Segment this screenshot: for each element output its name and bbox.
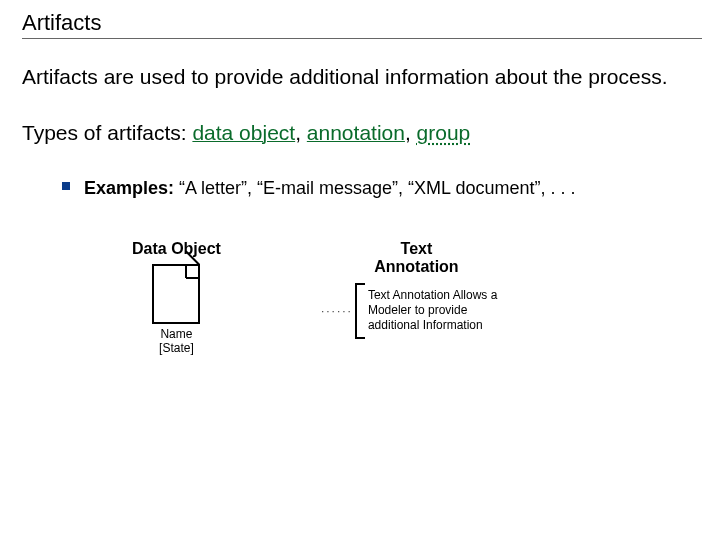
- types-sep-1: ,: [295, 121, 307, 144]
- types-sep-2: ,: [405, 121, 417, 144]
- data-object-caption-state: [State]: [159, 341, 194, 355]
- document-icon: [152, 264, 200, 324]
- data-object-caption-name: Name: [160, 327, 192, 341]
- examples-bullet: Examples: “A letter”, “E-mail message”, …: [62, 176, 704, 200]
- types-item-data-object: data object: [192, 121, 295, 144]
- slide: Artifacts Artifacts are used to provide …: [0, 0, 720, 540]
- data-object-caption: Name [State]: [159, 328, 194, 356]
- types-item-annotation: annotation: [307, 121, 405, 144]
- data-object-block: Data Object Name [State]: [132, 240, 221, 356]
- examples-values: “A letter”, “E-mail message”, “XML docum…: [174, 178, 575, 198]
- connector-dots-icon: ······: [321, 304, 353, 318]
- text-annotation-title-line2: Annotation: [374, 258, 458, 275]
- bracket-icon: [355, 283, 365, 339]
- types-prefix: Types of artifacts:: [22, 121, 192, 144]
- text-annotation-title-line1: Text: [401, 240, 433, 257]
- text-annotation-body: Text Annotation Allows a Modeler to prov…: [365, 285, 512, 336]
- intro-paragraph: Artifacts are used to provide additional…: [22, 63, 704, 91]
- text-annotation-block: Text Annotation ······ Text Annotation A…: [321, 240, 512, 339]
- diagram-area: Data Object Name [State] Text Annotation…: [132, 240, 704, 356]
- square-bullet-icon: [62, 182, 70, 190]
- types-item-group: group: [417, 121, 471, 144]
- types-line: Types of artifacts: data object, annotat…: [22, 119, 702, 147]
- text-annotation-title: Text Annotation: [374, 240, 458, 277]
- examples-label: Examples:: [84, 178, 174, 198]
- examples-text: Examples: “A letter”, “E-mail message”, …: [84, 176, 576, 200]
- data-object-title: Data Object: [132, 240, 221, 258]
- page-title: Artifacts: [22, 10, 702, 39]
- text-annotation-body-wrap: ······ Text Annotation Allows a Modeler …: [321, 283, 512, 339]
